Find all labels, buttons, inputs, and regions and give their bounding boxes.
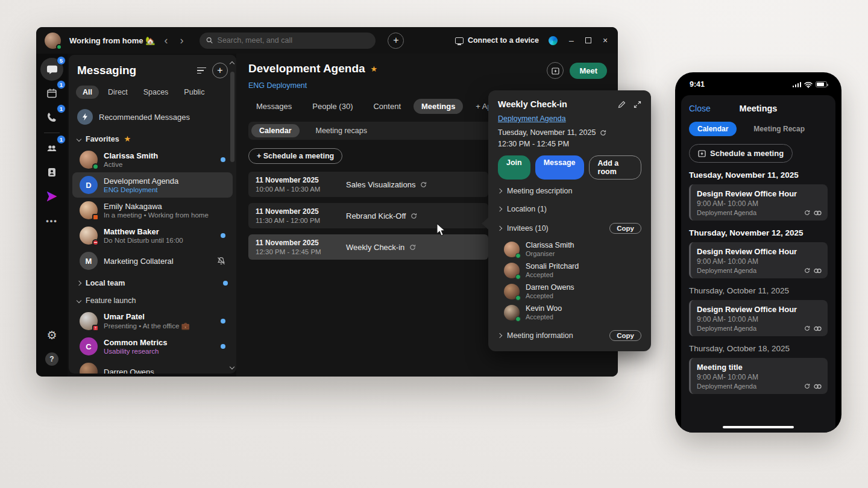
assistant-orb-icon[interactable]: [549, 36, 558, 45]
close-link[interactable]: Close: [689, 104, 740, 113]
minimize-button[interactable]: –: [567, 36, 576, 45]
tab-meeting-recap[interactable]: Meeting Recap: [745, 122, 813, 136]
popup-space-link[interactable]: Deployment Agenda: [498, 114, 641, 123]
invitee-row[interactable]: Darren OwensAccepted: [498, 281, 641, 302]
invitees-section[interactable]: Invitees (10) Copy: [498, 218, 641, 239]
home-indicator[interactable]: [723, 426, 794, 429]
contact-row-matthew[interactable]: Matthew BakerDo Not Disturb until 16:00: [72, 223, 233, 248]
expand-icon[interactable]: [634, 101, 641, 108]
add-button[interactable]: +: [388, 33, 404, 49]
tab-all[interactable]: All: [76, 86, 99, 99]
wifi-icon: [804, 81, 813, 88]
invitee-row[interactable]: Clarissa SmithOrganiser: [498, 239, 641, 260]
meeting-card[interactable]: Design Review Office Hour 9:00 AM- 10:00…: [689, 184, 828, 221]
contact-row-common-metrics[interactable]: C Common MetricsUsability research: [72, 334, 233, 359]
contact-row-marketing-collateral[interactable]: M Marketing Collateral: [72, 248, 233, 274]
local-team-group-header[interactable]: Local team: [69, 274, 236, 291]
meet-button[interactable]: Meet: [570, 63, 607, 79]
subtab-meeting-recaps[interactable]: Meeting recaps: [308, 124, 375, 137]
connect-to-device-button[interactable]: Connect to a device: [455, 36, 539, 45]
chevron-right-icon: [497, 226, 502, 231]
subtab-calendar[interactable]: Calendar: [251, 124, 300, 137]
recurring-icon: [804, 267, 810, 274]
meeting-row-rebrand-kickoff[interactable]: 11 November 202511:30 AM - 12:00 PM Rebr…: [248, 203, 488, 228]
search-input[interactable]: [218, 36, 370, 45]
gear-icon: ⚙: [46, 328, 57, 342]
rail-calendar-icon[interactable]: 1: [40, 82, 63, 105]
rail-vidcast-icon[interactable]: [40, 185, 63, 208]
meeting-information-section[interactable]: Meeting information Copy: [498, 325, 641, 346]
meeting-details-popup: Weekly Check-in Deployment Agenda Tuesda…: [488, 90, 651, 351]
maximize-button[interactable]: [585, 37, 591, 43]
avatar: [80, 201, 98, 219]
contact-row-clarissa[interactable]: Clarissa SmithActive: [72, 147, 233, 172]
edit-pencil-icon[interactable]: [618, 101, 626, 108]
join-button[interactable]: Join: [498, 155, 530, 180]
presence-active-icon: [515, 253, 521, 258]
rail-messaging-icon[interactable]: 5: [40, 58, 63, 81]
avatar: [80, 227, 98, 245]
recurring-icon: [600, 130, 606, 136]
contact-row-umar[interactable]: ↑ Umar PatelPresenting • At the office 💼: [72, 308, 233, 334]
meeting-row-sales-visualizations[interactable]: 11 November 202510:00 AM - 10:30 AM Sale…: [248, 172, 488, 197]
meeting-card[interactable]: Design Review Office Hour 9:00 AM- 10:00…: [689, 300, 828, 336]
filter-icon[interactable]: [197, 67, 206, 74]
tab-messages[interactable]: Messages: [248, 99, 300, 114]
add-room-button[interactable]: Add a room: [589, 155, 641, 180]
rail-teams-icon[interactable]: 1: [40, 137, 63, 160]
user-status-text[interactable]: Working from home 🏡: [69, 36, 155, 45]
lightning-icon: [77, 109, 93, 125]
invitee-row[interactable]: Sonali PritchardAccepted: [498, 260, 641, 281]
rail-more-icon[interactable]: •••: [40, 209, 63, 232]
tab-people[interactable]: People (30): [304, 99, 360, 114]
message-button[interactable]: Message: [535, 155, 584, 180]
tab-meetings[interactable]: Meetings: [414, 99, 463, 114]
phone-mockup: 9:41 Close Meetings Calendar Meeting Rec…: [675, 72, 841, 433]
location-section[interactable]: Location (1): [498, 200, 641, 218]
rail-calling-icon[interactable]: 1: [40, 106, 63, 129]
meeting-card[interactable]: Meeting title 9:00 AM- 10:00 AM Deployme…: [689, 358, 828, 394]
search-bar[interactable]: [200, 33, 376, 49]
recurring-icon: [410, 213, 417, 219]
rail-help-icon[interactable]: ?: [40, 348, 63, 371]
copy-invitees-button[interactable]: Copy: [609, 223, 641, 234]
tab-content[interactable]: Content: [365, 99, 409, 114]
new-message-button[interactable]: +: [212, 63, 228, 78]
schedule-meeting-button[interactable]: Schedule a meeting: [689, 144, 793, 163]
unread-dot: [221, 319, 225, 324]
contact-row-emily[interactable]: Emily NakagawaIn a meeting • Working fro…: [72, 198, 233, 223]
forward-icon[interactable]: ›: [177, 34, 186, 47]
rail-settings-icon[interactable]: ⚙: [40, 324, 63, 346]
teams-people-icon: [46, 142, 58, 154]
recurring-icon: [804, 383, 810, 389]
schedule-meeting-button[interactable]: + Schedule a meeting: [248, 148, 342, 164]
feature-launch-group-header[interactable]: Feature launch: [69, 291, 236, 308]
user-avatar[interactable]: [45, 33, 61, 49]
notifications-muted-icon: [217, 257, 225, 265]
phone-status-bar: 9:41: [681, 77, 835, 92]
recommended-messages-row[interactable]: Recommended Messages: [69, 105, 236, 129]
dnd-icon: [92, 239, 99, 246]
tab-spaces[interactable]: Spaces: [137, 86, 175, 99]
copy-info-button[interactable]: Copy: [609, 330, 641, 341]
tab-direct[interactable]: Direct: [101, 86, 134, 99]
invitee-row[interactable]: Kevin WooAccepted: [498, 302, 641, 323]
tab-calendar[interactable]: Calendar: [689, 122, 737, 136]
space-subtitle-link[interactable]: ENG Deployment: [248, 81, 607, 90]
rail-contacts-icon[interactable]: [40, 161, 63, 184]
close-button[interactable]: ×: [601, 36, 609, 45]
chat-bubble-icon: [46, 64, 58, 75]
meeting-description-section[interactable]: Meeting description: [498, 182, 641, 200]
favorites-group-header[interactable]: Favorites ★: [69, 129, 236, 147]
schedule-icon-button[interactable]: [547, 62, 564, 79]
favorite-star-icon[interactable]: ★: [371, 64, 378, 74]
contact-row-darren[interactable]: Darren Owens: [72, 359, 233, 374]
meeting-row-weekly-checkin[interactable]: 11 November 202512:30 PM - 12:45 PM Week…: [248, 234, 488, 260]
meeting-card[interactable]: Design Review Office Hour 9:00 AM- 10:00…: [689, 242, 828, 278]
tab-public[interactable]: Public: [177, 86, 211, 99]
scrollbar[interactable]: [230, 72, 234, 162]
in-meeting-icon: [92, 214, 99, 221]
back-icon[interactable]: ‹: [161, 34, 171, 47]
contact-row-development-agenda[interactable]: D Development AgendaENG Deployment: [72, 172, 233, 198]
webex-meeting-icon: [814, 268, 822, 274]
